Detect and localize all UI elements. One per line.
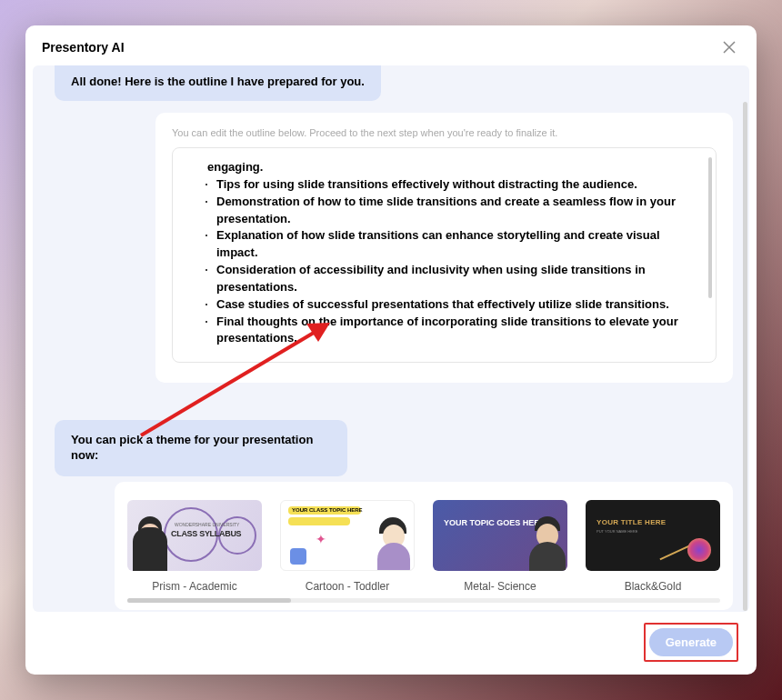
modal-title: Presentory AI — [42, 40, 125, 55]
generate-button[interactable]: Generate — [649, 628, 733, 656]
theme-thumbnail: YOUR TITLE HERE PUT YOUR NAME HERE — [586, 500, 720, 571]
outline-item: Case studies of successful presentations… — [216, 296, 699, 314]
theme-option-black-gold[interactable]: YOUR TITLE HERE PUT YOUR NAME HERE Black… — [586, 500, 720, 593]
outline-item: Demonstration of how to time slide trans… — [216, 194, 699, 228]
modal-footer: Generate — [25, 612, 757, 675]
outline-item: engaging. — [207, 159, 699, 176]
modal-body: All done! Here is the outline I have pre… — [33, 65, 749, 612]
annotation-highlight-generate: Generate — [644, 623, 738, 662]
outline-card: You can edit the outline below. Proceed … — [155, 113, 733, 383]
theme-row: WONDERSHARE UNIVERSITY CLASS SYLLABUS Pr… — [127, 500, 720, 593]
theme-thumbnail: WONDERSHARE UNIVERSITY CLASS SYLLABUS — [127, 500, 262, 571]
theme-option-cartoon-toddler[interactable]: YOUR CLASS TOPIC HERE ✦ Cartoon - Toddle… — [280, 500, 415, 593]
assistant-message-outline-done: All done! Here is the outline I have pre… — [55, 65, 381, 101]
close-icon — [723, 41, 736, 54]
theme-label: Cartoon - Toddler — [306, 580, 390, 593]
outline-item: Consideration of accessibility and inclu… — [216, 262, 699, 296]
theme-option-prism-academic[interactable]: WONDERSHARE UNIVERSITY CLASS SYLLABUS Pr… — [127, 500, 262, 593]
bubble-text: All done! Here is the outline I have pre… — [71, 75, 365, 90]
close-button[interactable] — [718, 36, 740, 58]
theme-thumbnail: YOUR TOPIC GOES HERE — [433, 500, 567, 571]
theme-label: Black&Gold — [625, 580, 682, 593]
outline-scrollbar[interactable] — [708, 157, 712, 298]
theme-label: Prism - Academic — [152, 580, 236, 593]
theme-scrollbar[interactable] — [127, 598, 720, 603]
bubble-text: You can pick a theme for your presentati… — [71, 433, 331, 464]
theme-label: Metal- Science — [464, 580, 536, 593]
outline-editor[interactable]: engaging. Tips for using slide transitio… — [172, 147, 717, 363]
outline-hint: You can edit the outline below. Proceed … — [172, 127, 717, 138]
theme-option-metal-science[interactable]: YOUR TOPIC GOES HERE Metal- Science — [433, 500, 567, 593]
modal-dialog: Presentory AI All done! Here is the outl… — [25, 25, 757, 675]
theme-picker-card: WONDERSHARE UNIVERSITY CLASS SYLLABUS Pr… — [115, 482, 733, 610]
theme-thumbnail: YOUR CLASS TOPIC HERE ✦ — [280, 500, 415, 571]
outline-item: Tips for using slide transitions effecti… — [216, 176, 699, 194]
body-scrollbar[interactable] — [743, 102, 747, 611]
outline-item: Final thoughts on the importance of inco… — [216, 314, 699, 348]
modal-header: Presentory AI — [25, 25, 757, 65]
assistant-message-pick-theme: You can pick a theme for your presentati… — [55, 420, 347, 476]
outline-item: Explanation of how slide transitions can… — [216, 227, 699, 262]
